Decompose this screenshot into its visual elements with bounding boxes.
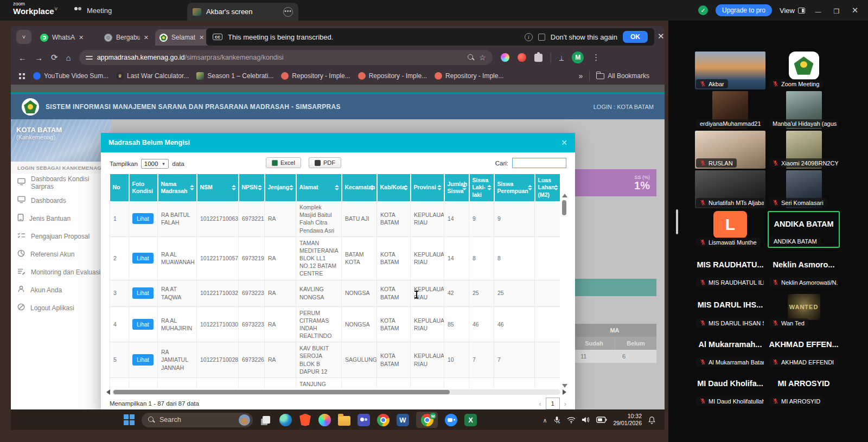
extensions-puzzle-icon[interactable]: [534, 54, 542, 62]
participant-tile-xiaomi-2409brn2cy[interactable]: Xiaomi 2409BRN2CY: [768, 131, 840, 169]
participant-tile-erdiyanamuhammad21[interactable]: erdiyanaMuhammad21: [695, 91, 765, 129]
vertical-scrollbar[interactable]: [561, 194, 567, 388]
export-excel-button[interactable]: Excel: [266, 157, 301, 168]
search-icon[interactable]: [468, 54, 475, 61]
participant-tile-wan-ted[interactable]: WANTEDWan Ted: [768, 294, 840, 329]
bookmark-item[interactable]: Season 1 – Celebrati...: [196, 72, 273, 80]
home-icon[interactable]: ⌂: [66, 53, 71, 62]
browser-tab-whatsapp[interactable]: WhatsA ✕: [36, 29, 97, 46]
tray-expand-icon[interactable]: [542, 415, 547, 425]
column-header-2[interactable]: Nama Madrasah: [158, 174, 197, 201]
page-number-button[interactable]: 1: [546, 398, 560, 409]
chevron-down-icon[interactable]: ˅: [54, 5, 58, 12]
chrome-active-button[interactable]: M: [416, 412, 438, 428]
teams-icon[interactable]: [358, 414, 370, 426]
scroll-down-icon[interactable]: [562, 384, 567, 388]
extension-icon[interactable]: [501, 53, 509, 62]
profile-avatar[interactable]: M: [572, 52, 584, 63]
sort-icon[interactable]: [370, 185, 374, 190]
horizontal-scrollbar[interactable]: [106, 389, 566, 395]
sort-icon[interactable]: [258, 185, 262, 190]
scroll-up-icon[interactable]: [562, 194, 567, 197]
view-button[interactable]: View: [780, 7, 805, 15]
sort-icon[interactable]: [404, 185, 408, 190]
participant-tile-akbar[interactable]: Akbar: [695, 52, 765, 89]
export-pdf-button[interactable]: PDF: [309, 157, 341, 168]
word-icon[interactable]: [397, 414, 409, 426]
scroll-left-icon[interactable]: [106, 389, 110, 395]
column-header-12[interactable]: Siswa Perempuan: [494, 174, 535, 201]
volume-icon[interactable]: [582, 416, 590, 424]
modal-close-icon[interactable]: ✕: [561, 138, 567, 147]
participant-tile-neklin-asmorowati-n-[interactable]: Neklin Asmoro...Neklin Asmorowati/N...: [768, 254, 840, 288]
info-icon[interactable]: i: [525, 33, 533, 41]
participant-tile-ruslan[interactable]: RUSLAN: [695, 131, 765, 169]
wifi-icon[interactable]: [567, 417, 576, 424]
notification-bell-icon[interactable]: [648, 416, 656, 424]
participant-tile-seri-komalasari[interactable]: Seri Komalasari: [768, 170, 840, 208]
sort-icon[interactable]: [289, 185, 293, 190]
all-bookmarks-button[interactable]: All Bookmarks: [596, 72, 649, 80]
sort-icon[interactable]: [528, 185, 532, 190]
bookmark-item[interactable]: Last War Calculator...: [116, 72, 189, 80]
lihat-button[interactable]: Lihat: [132, 213, 154, 224]
chrome-icon[interactable]: [377, 414, 390, 426]
vertical-scroll-thumb[interactable]: [562, 200, 566, 215]
apps-grid-icon[interactable]: [18, 73, 25, 80]
column-header-5[interactable]: Jenjang: [265, 174, 296, 201]
minimize-button[interactable]: [813, 6, 824, 15]
sort-icon[interactable]: [554, 185, 558, 190]
bookmark-item[interactable]: Repository - Imple...: [281, 72, 350, 80]
transcription-close-icon[interactable]: ✕: [658, 31, 665, 41]
site-settings-icon[interactable]: [86, 55, 93, 61]
edge-icon[interactable]: [279, 414, 292, 426]
table-search-input[interactable]: [512, 158, 566, 168]
prev-page-icon[interactable]: [539, 400, 541, 408]
panel-scrollbar-thumb[interactable]: [676, 209, 678, 234]
column-header-8[interactable]: Kab/Kota: [377, 174, 411, 201]
column-header-1[interactable]: Foto Kondisi: [129, 174, 158, 201]
back-icon[interactable]: ←: [18, 53, 27, 62]
start-button[interactable]: [124, 414, 135, 425]
scroll-right-icon[interactable]: [563, 389, 566, 395]
page-length-select[interactable]: 1000 ▼: [141, 159, 169, 169]
column-header-13[interactable]: Luas Lahan (M2): [535, 174, 560, 201]
task-view-icon[interactable]: [260, 414, 272, 426]
dont-show-again-checkbox[interactable]: [538, 34, 545, 41]
copilot-icon[interactable]: [318, 414, 331, 426]
lihat-button[interactable]: Lihat: [132, 287, 154, 298]
participant-tile-nurlatifah-mts-aljabar[interactable]: Nurlatifah MTs Aljabar: [695, 170, 765, 208]
lihat-button[interactable]: Lihat: [132, 319, 154, 330]
excel-icon[interactable]: [464, 414, 477, 426]
sort-icon[interactable]: [232, 185, 236, 190]
sort-icon[interactable]: [190, 185, 194, 190]
browser-menu-icon[interactable]: [592, 53, 600, 62]
sort-icon[interactable]: [335, 185, 339, 190]
taskbar-clock[interactable]: 10:32 29/01/2026: [613, 413, 642, 427]
tab-akbars-screen[interactable]: Akbar's screen: [187, 3, 298, 21]
upgrade-to-pro-button[interactable]: Upgrade to pro: [716, 4, 772, 16]
browser-tab-selamat[interactable]: Selamat ✕: [155, 29, 214, 46]
participant-tile-mis-raudhatul-ilmi[interactable]: MIS RAUDHATU...MIS RAUDHATUL ILMI: [695, 254, 765, 288]
downloads-icon[interactable]: ↓: [559, 54, 564, 61]
participant-tile-mi-arrosyid[interactable]: MI ARROSYIDMI ARROSYID: [768, 373, 840, 407]
forward-icon[interactable]: →: [35, 53, 43, 62]
lihat-button[interactable]: Lihat: [132, 253, 154, 264]
participant-tile-mis-darul-ihsan-sa-[interactable]: MIS DARUL IHS...MIS DARUL IHSAN SA...: [695, 294, 765, 329]
column-header-7[interactable]: Kecamatan: [342, 174, 377, 201]
tab-meeting[interactable]: Meeting: [74, 0, 112, 21]
column-header-11[interactable]: Siswa Laki-laki: [469, 174, 494, 201]
sort-icon[interactable]: [487, 185, 492, 190]
bookmark-star-icon[interactable]: [479, 53, 486, 62]
participant-tile-andika-batam[interactable]: ANDIKA BATAMANDIKA BATAM: [768, 211, 840, 248]
sort-icon[interactable]: [462, 185, 467, 190]
microphone-icon[interactable]: [553, 416, 561, 424]
bookmark-item[interactable]: Repository - Imple...: [435, 72, 503, 80]
bookmark-item[interactable]: Repository - Imple...: [358, 72, 427, 80]
maximize-button[interactable]: [831, 6, 842, 15]
lihat-button[interactable]: Lihat: [132, 354, 154, 365]
participant-tile-lismawati-munthe[interactable]: LLismawati Munthe: [695, 211, 765, 248]
bookmarks-overflow-icon[interactable]: [579, 72, 583, 80]
horizontal-scroll-track[interactable]: [112, 389, 560, 395]
ok-button[interactable]: OK: [623, 31, 648, 43]
